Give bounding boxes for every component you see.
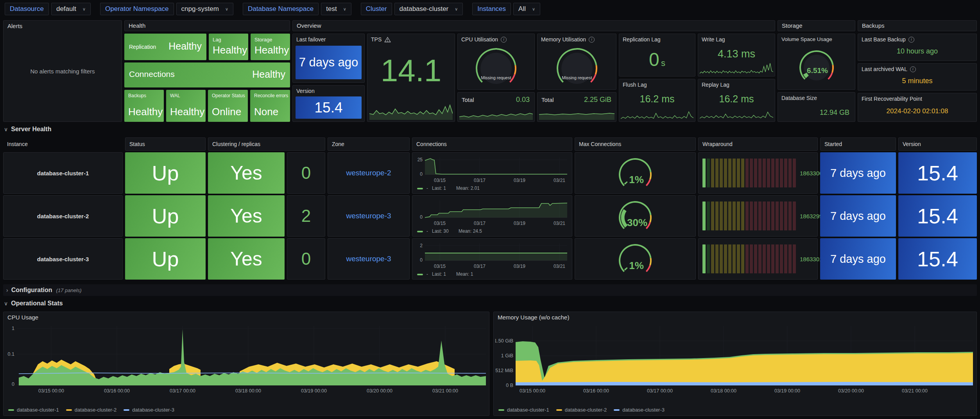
version-tile: 15.4 bbox=[898, 238, 977, 280]
last-archived-wal-title[interactable]: Last archived WAL bbox=[862, 66, 907, 72]
section-operational-stats[interactable]: ∨ Operational Stats bbox=[4, 300, 63, 307]
connections-chart-panel: 0 03/15 03/17 03/19 03/21 - Last: 30 Mea… bbox=[412, 195, 572, 237]
svg-text:03/18 00:00: 03/18 00:00 bbox=[235, 388, 261, 394]
var-instances-dropdown[interactable]: All∨ bbox=[513, 3, 540, 15]
volume-space-usage-title[interactable]: Volume Space Usage bbox=[778, 34, 855, 45]
memory-usage-legend: database-cluster-1 database-cluster-2 da… bbox=[498, 407, 665, 413]
var-operator-namespace: Operator Namespace cnpg-system∨ bbox=[100, 3, 233, 15]
legend-swatch[interactable] bbox=[417, 274, 423, 275]
info-icon[interactable]: i bbox=[501, 37, 507, 43]
warning-icon[interactable] bbox=[384, 37, 391, 43]
section-configuration[interactable]: › Configuration (17 panels) bbox=[3, 284, 977, 296]
replication-lag-unit: s bbox=[661, 58, 665, 68]
svg-text:Mean: 2.01: Mean: 2.01 bbox=[456, 185, 480, 191]
tps-title[interactable]: TPS bbox=[371, 36, 382, 43]
cpu-usage-chart: 1 0.1 0 03/15 00:00 03/16 00:00 03/17 00… bbox=[5, 323, 488, 405]
svg-text:03/21: 03/21 bbox=[554, 178, 565, 183]
version-tile: 15.4 bbox=[898, 195, 977, 237]
section-server-health[interactable]: ∨ Server Health bbox=[4, 126, 51, 133]
health-storage-tile: Storage Healthy bbox=[251, 34, 290, 60]
svg-text:512 MiB: 512 MiB bbox=[495, 368, 513, 373]
svg-text:1: 1 bbox=[12, 326, 14, 331]
health-title[interactable]: Health bbox=[125, 21, 290, 31]
flush-lag-panel: Flush Lag 16.2 ms bbox=[619, 79, 695, 122]
configuration-panels-count: (17 panels) bbox=[56, 287, 82, 293]
legend-item[interactable]: database-cluster-2 bbox=[556, 407, 607, 413]
legend-item[interactable]: database-cluster-3 bbox=[124, 407, 174, 413]
replicas-count: 0 bbox=[287, 152, 325, 194]
legend-swatch[interactable] bbox=[417, 188, 423, 189]
first-recoverability-point-title[interactable]: First Recoverability Point bbox=[858, 93, 976, 104]
col-header-wraparound: Wraparound bbox=[698, 137, 818, 151]
wraparound-panel: 18633019 bbox=[698, 238, 818, 280]
var-datasource-dropdown[interactable]: default∨ bbox=[51, 3, 91, 15]
zone-link[interactable]: westeurope-2 bbox=[346, 169, 391, 177]
legend-item[interactable]: database-cluster-3 bbox=[614, 407, 665, 413]
clustering-tile: Yes bbox=[208, 152, 285, 194]
svg-text:0: 0 bbox=[420, 214, 423, 220]
info-icon[interactable]: i bbox=[908, 37, 914, 43]
wraparound-panel: 18633065 bbox=[698, 152, 818, 194]
health-lag-tile: Lag Healthy bbox=[209, 34, 248, 60]
replay-lag-title[interactable]: Replay Lag bbox=[698, 79, 775, 90]
var-operator-namespace-dropdown[interactable]: cnpg-system∨ bbox=[176, 3, 233, 15]
memory-usage-title[interactable]: Memory Usage (w/o cache) bbox=[494, 312, 976, 323]
storage-title[interactable]: Storage bbox=[778, 21, 855, 31]
storage-header-panel: Storage bbox=[778, 20, 855, 31]
zone-link[interactable]: westeurope-3 bbox=[346, 255, 391, 263]
var-database-namespace-dropdown[interactable]: test∨ bbox=[321, 3, 351, 15]
section-configuration-title: Configuration bbox=[11, 287, 52, 294]
legend-item[interactable]: database-cluster-1 bbox=[8, 407, 59, 413]
wraparound-panel: 18632998 bbox=[698, 195, 818, 237]
health-header-panel: Health bbox=[124, 20, 290, 31]
zone-link[interactable]: westeurope-3 bbox=[346, 212, 391, 220]
flush-lag-title[interactable]: Flush Lag bbox=[619, 79, 695, 90]
col-header-connections: Connections bbox=[412, 137, 572, 151]
svg-text:03/17: 03/17 bbox=[474, 178, 486, 183]
col-header-status: Status bbox=[125, 137, 206, 151]
database-size-value: 12.94 GB bbox=[820, 109, 849, 117]
svg-text:Last: 30: Last: 30 bbox=[432, 228, 449, 234]
legend-item[interactable]: database-cluster-2 bbox=[66, 407, 117, 413]
health-wal-value: Healthy bbox=[170, 106, 204, 118]
var-label: Database Namespace bbox=[248, 5, 314, 13]
health-backups-label: Backups bbox=[128, 93, 146, 98]
var-label: Cluster bbox=[366, 5, 387, 13]
max-connections-gauge-panel: 1% bbox=[575, 152, 696, 194]
legend-item[interactable]: database-cluster-1 bbox=[498, 407, 549, 413]
max-connections-gauge: 1% bbox=[606, 239, 665, 278]
replay-lag-panel: Replay Lag 16.2 ms bbox=[698, 79, 775, 122]
last-failover-title[interactable]: Last failover bbox=[293, 34, 364, 45]
info-icon[interactable]: i bbox=[589, 37, 595, 43]
grafana-dashboard: Datasource default∨ Operator Namespace c… bbox=[0, 0, 980, 419]
health-replication-label: Replication bbox=[129, 44, 156, 50]
wraparound-bars bbox=[702, 201, 796, 230]
svg-text:03/20 00:00: 03/20 00:00 bbox=[838, 388, 864, 394]
replication-lag-title[interactable]: Replication Lag bbox=[619, 34, 695, 45]
svg-text:25: 25 bbox=[417, 157, 423, 162]
memory-utilisation-panel: Memory Utilisation i Missing request bbox=[537, 34, 616, 90]
legend-swatch[interactable] bbox=[417, 231, 423, 232]
write-lag-title[interactable]: Write Lag bbox=[698, 34, 775, 45]
var-cluster-dropdown[interactable]: database-cluster∨ bbox=[394, 3, 463, 15]
clustering-tile: Yes bbox=[208, 195, 285, 237]
overview-section: Overview Last failover 7 days ago Versio… bbox=[292, 20, 775, 122]
memory-usage-panel: Memory Usage (w/o cache) 1.50 GiB 1 GiB … bbox=[493, 312, 977, 416]
svg-text:03/17: 03/17 bbox=[474, 264, 486, 269]
database-size-title[interactable]: Database Size bbox=[778, 93, 855, 103]
cpu-utilisation-title[interactable]: CPU Utilisation bbox=[461, 36, 498, 43]
cpu-usage-title[interactable]: CPU Usage bbox=[4, 312, 489, 323]
version-title[interactable]: Version bbox=[293, 86, 364, 96]
backups-title[interactable]: Backups bbox=[858, 21, 976, 31]
svg-text:03/15: 03/15 bbox=[434, 221, 446, 226]
cpu-total-panel: Total 0.03 bbox=[457, 92, 535, 122]
overview-title[interactable]: Overview bbox=[293, 21, 775, 31]
memory-utilisation-title[interactable]: Memory Utilisation bbox=[541, 36, 586, 43]
started-tile: 7 days ago bbox=[820, 195, 896, 237]
svg-text:03/15 00:00: 03/15 00:00 bbox=[38, 388, 64, 394]
legend-label: database-cluster-3 bbox=[132, 407, 174, 413]
info-icon[interactable]: i bbox=[910, 66, 916, 72]
last-base-backup-title[interactable]: Last Base Backup bbox=[862, 36, 906, 43]
volume-space-usage-panel: Volume Space Usage 6.51% bbox=[778, 34, 855, 90]
health-reconcile-errors-value: None bbox=[254, 106, 278, 118]
